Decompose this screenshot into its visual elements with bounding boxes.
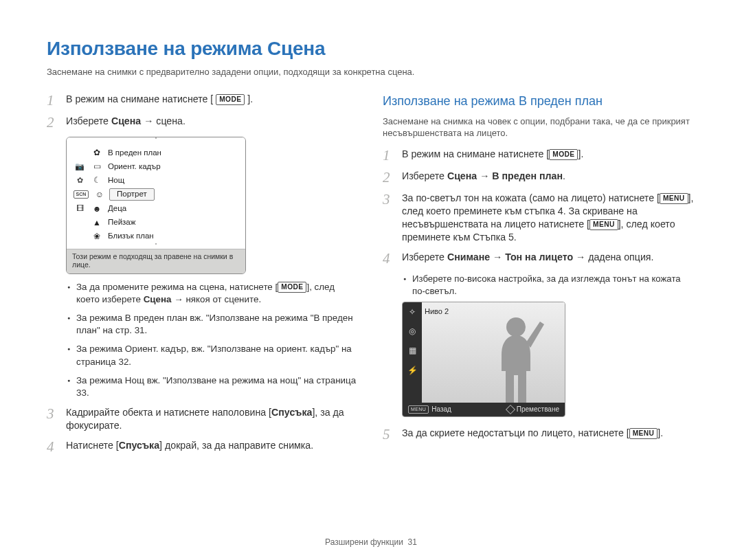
mode-button: MODE (549, 149, 578, 160)
camera-icon: 📷 (74, 161, 86, 172)
bold-text: Сцена (111, 115, 141, 126)
chevron-up-icon: ˄ (67, 137, 245, 143)
step-number: 5 (383, 427, 395, 442)
text: → сцена. (141, 115, 186, 126)
text: В режим на снимане натиснете [ (66, 93, 213, 104)
retouch-icon: ◎ (403, 322, 422, 341)
children-icon: ☻ (91, 203, 102, 214)
text: ]. (247, 93, 253, 104)
left-step-4: 4 Натиснете [Спусъка] докрай, за да напр… (47, 439, 359, 454)
right-step-3: 3 За по-светъл тон на кожата (само на ли… (383, 192, 695, 245)
menu-button: MENU (589, 219, 618, 230)
step-number: 4 (47, 439, 59, 454)
two-column-layout: 1 В режим на снимане натиснете [ MODE ].… (47, 93, 695, 461)
bullet-item: За режима Ориент. кадър, вж. "Използване… (67, 343, 359, 368)
bullet-item: За да промените режима на сцена, натисне… (67, 281, 359, 306)
step-number: 4 (383, 251, 395, 266)
menu-icon: MENU (408, 405, 429, 414)
night-icon: ☾ (91, 175, 102, 186)
preview-move-label: Преместване (507, 405, 559, 414)
svg-point-0 (506, 317, 526, 337)
step-number: 1 (383, 148, 395, 163)
scene-item-label: Пейзаж (108, 217, 240, 228)
flash-off-icon: ⚡ (403, 361, 422, 380)
frame-guide-icon: ▭ (91, 161, 102, 172)
step-number: 3 (383, 192, 395, 245)
camera-preview-graphic: ✧ ◎ ▦ ⚡ Ниво 2 (402, 302, 565, 417)
scene-menu-graphic: ˄ ✿ В преден план 📷 ▭ Ориент. кадър (66, 137, 246, 274)
left-bullets: За да промените режима на сцена, натисне… (67, 281, 359, 399)
scn-mode-icon: SCN (74, 190, 89, 198)
left-step-1: 1 В режим на снимане натиснете [ MODE ]. (47, 93, 359, 108)
preview-footer: MENU Назад Преместване (403, 403, 565, 416)
page-root: Използване на режима Сцена Заснемане на … (0, 0, 742, 461)
step-number: 1 (47, 93, 59, 108)
page-intro: Заснемане на снимки с предварително зада… (47, 66, 695, 78)
scene-menu-list: ✿ В преден план 📷 ▭ Ориент. кадър ✿ ☾ Но… (67, 143, 245, 243)
mode-button: MODE (216, 94, 245, 105)
footer-section: Разширени функции (325, 537, 403, 547)
preview-back-label: MENU Назад (408, 405, 451, 414)
grid-icon: ▦ (403, 341, 422, 360)
portrait-icon: ☺ (94, 189, 105, 200)
preview-sidebar: ✧ ◎ ▦ ⚡ (403, 302, 422, 403)
page-footer: Разширени функции 31 (0, 537, 742, 548)
beauty-icon: ✿ (91, 147, 102, 158)
step-number: 3 (47, 406, 59, 432)
scene-item-label: Близък план (108, 231, 240, 242)
preview-body: ✧ ◎ ▦ ⚡ Ниво 2 (403, 302, 565, 403)
person-silhouette-icon (485, 312, 547, 403)
level-label: Ниво 2 (425, 306, 449, 317)
closeup-icon: ❀ (91, 231, 102, 242)
left-step-2: 2 Изберете Сцена → сцена. (47, 115, 359, 130)
right-column: Използване на режима В преден план Засне… (383, 93, 695, 461)
gear-icon: ✿ (74, 175, 86, 186)
page-title: Използване на режима Сцена (47, 36, 695, 62)
menu-button: MENU (629, 428, 658, 439)
scene-menu-caption: Този режим е подходящ за правене на сним… (67, 249, 245, 273)
scene-item-label: Деца (108, 203, 240, 214)
scene-menu-top: ˄ ✿ В преден план 📷 ▭ Ориент. кадър (67, 137, 245, 249)
scene-item-label: Ориент. кадър (108, 161, 240, 172)
face-tone-icon: ✧ (403, 302, 422, 322)
bullet-item: За режима Нощ вж. "Използване на режима … (67, 374, 359, 399)
right-step-2: 2 Изберете Сцена → В преден план. (383, 170, 695, 185)
right-step-4: 4 Изберете Снимане → Тон на лицето → дад… (383, 251, 695, 266)
step-number: 2 (47, 115, 59, 130)
mode-button: MODE (278, 282, 306, 293)
subbullet-item: Изберете по-висока настройка, за да изгл… (403, 273, 695, 298)
step-number: 2 (383, 170, 395, 185)
landscape-icon: ▲ (91, 217, 102, 228)
scene-item-label: В преден план (108, 148, 240, 159)
right-step-1: 1 В режим на снимане натиснете [MODE]. (383, 148, 695, 163)
section-intro: Заснемане на снимка на човек с опции, по… (383, 115, 695, 139)
text: Изберете (66, 115, 111, 126)
menu-button: MENU (660, 193, 688, 204)
scene-item-label-highlight: Портрет (111, 188, 240, 201)
scene-item-label: Нощ (108, 175, 240, 186)
left-step-3: 3 Кадрирайте обекта и натиснете наполови… (47, 406, 359, 432)
bullet-item: За режима В преден план вж. "Използване … (67, 312, 359, 337)
left-column: 1 В режим на снимане натиснете [ MODE ].… (47, 93, 359, 461)
right-subbullets: Изберете по-висока настройка, за да изгл… (403, 273, 695, 298)
footer-page-number: 31 (408, 537, 417, 547)
right-step-5: 5 За да скриете недостатъци по лицето, н… (383, 427, 695, 442)
section-subhead: Използване на режима В преден план (383, 93, 695, 109)
film-icon: 🎞 (74, 203, 86, 214)
chevron-down-icon: ˅ (67, 243, 245, 249)
dpad-icon (506, 405, 515, 414)
